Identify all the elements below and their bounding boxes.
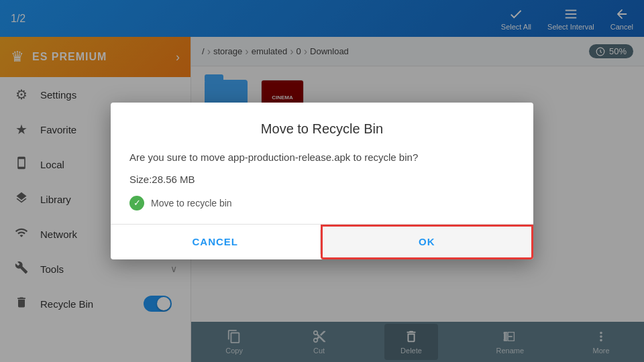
status-text: Move to recycle bin: [151, 198, 232, 208]
dialog-actions: CANCEL OK: [111, 224, 533, 259]
dialog-ok-button[interactable]: OK: [321, 225, 534, 259]
dialog-message: Are you sure to move app-production-rele…: [129, 150, 515, 166]
dialog-size: Size:28.56 MB: [129, 174, 515, 185]
dialog-cancel-button[interactable]: CANCEL: [111, 225, 320, 259]
dialog-title: Move to Recycle Bin: [129, 121, 515, 137]
dialog: Move to Recycle Bin Are you sure to move…: [111, 103, 533, 259]
app-container: 1/2 Select All Select Interval Cancel ♛ …: [0, 0, 644, 362]
modal-overlay: Move to Recycle Bin Are you sure to move…: [0, 0, 644, 362]
status-check-icon: ✓: [129, 196, 144, 210]
dialog-status: ✓ Move to recycle bin: [129, 196, 515, 210]
